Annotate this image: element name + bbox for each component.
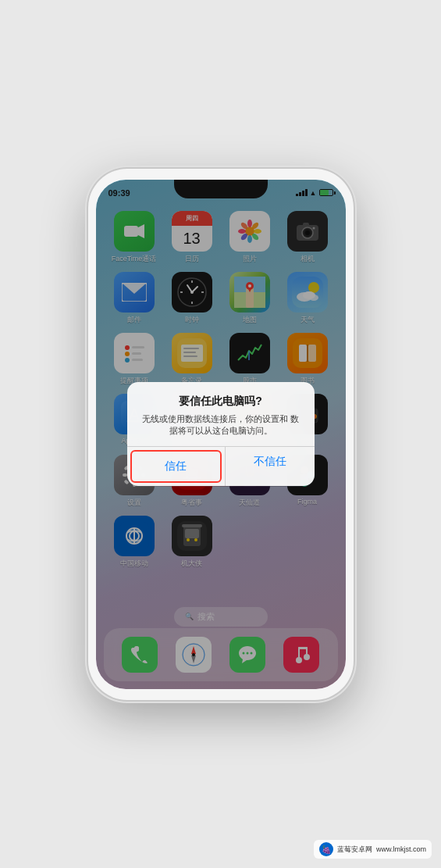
dialog-message: 无线或使用数据线连接后，你的设置和 数据将可以从这台电脑访问。 xyxy=(141,413,301,438)
phone-screen: 09:39 ▲ FaceTime通话 xyxy=(96,180,346,689)
watermark-brand: 蓝莓安卓网 xyxy=(337,845,372,855)
cancel-button[interactable]: 不信任 xyxy=(226,447,315,486)
dialog-box: 要信任此电脑吗? 无线或使用数据线连接后，你的设置和 数据将可以从这台电脑访问。… xyxy=(127,382,315,487)
trust-button[interactable]: 信任 xyxy=(130,450,222,483)
watermark-site: www.lmkjst.com xyxy=(376,845,426,853)
watermark: 🍇 蓝莓安卓网 www.lmkjst.com xyxy=(314,840,432,859)
phone-frame: 09:39 ▲ FaceTime通话 xyxy=(88,169,354,700)
watermark-icon: 🍇 xyxy=(319,842,333,856)
dialog-title: 要信任此电脑吗? xyxy=(141,395,301,409)
dialog-overlay: 要信任此电脑吗? 无线或使用数据线连接后，你的设置和 数据将可以从这台电脑访问。… xyxy=(96,180,346,689)
